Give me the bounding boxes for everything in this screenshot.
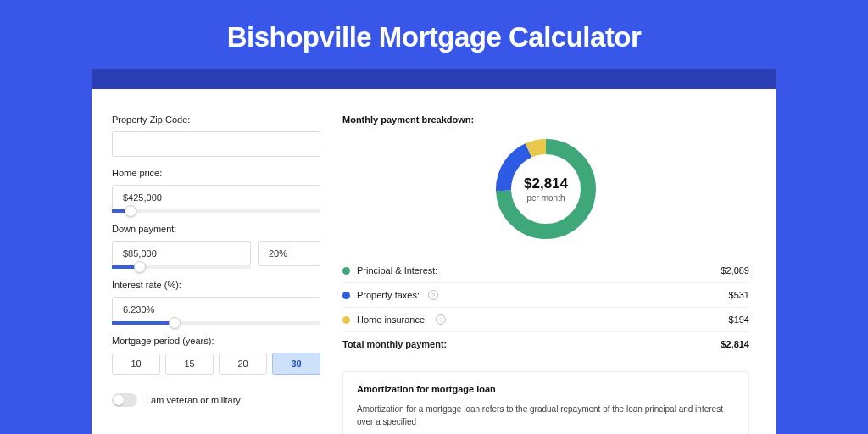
down-slider[interactable] <box>112 265 251 269</box>
down-field: Down payment: <box>112 224 320 269</box>
period-option-30[interactable]: 30 <box>272 353 320 375</box>
period-field: Mortgage period (years): 10152030 <box>112 336 320 375</box>
legend-value: $531 <box>729 290 749 300</box>
price-field: Home price: <box>112 168 320 213</box>
legend-label: Property taxes: <box>357 290 420 300</box>
period-option-10[interactable]: 10 <box>112 353 160 375</box>
price-input[interactable] <box>112 185 320 210</box>
price-slider[interactable] <box>112 209 320 213</box>
veteran-toggle[interactable] <box>112 393 137 407</box>
rate-field: Interest rate (%): <box>112 280 320 325</box>
legend-row: Property taxes:?$531 <box>342 283 749 308</box>
rate-label: Interest rate (%): <box>112 280 320 290</box>
legend-label: Home insurance: <box>357 314 427 325</box>
legend-row: Home insurance:?$194 <box>342 308 749 332</box>
legend-dot <box>342 316 350 324</box>
breakdown-panel: Monthly payment breakdown: $2,814 per mo… <box>342 114 749 434</box>
veteran-row: I am veteran or military <box>112 393 320 407</box>
period-label: Mortgage period (years): <box>112 336 320 346</box>
inputs-panel: Property Zip Code: Home price: Down paym… <box>112 114 320 434</box>
total-value: $2,814 <box>721 339 749 349</box>
amort-text: Amortization for a mortgage loan refers … <box>357 403 735 428</box>
calculator-card: Property Zip Code: Home price: Down paym… <box>92 89 776 434</box>
amortization-card: Amortization for mortgage loan Amortizat… <box>342 371 749 434</box>
legend-value: $2,089 <box>721 265 749 275</box>
legend-row: Principal & Interest:$2,089 <box>342 259 749 283</box>
zip-label: Property Zip Code: <box>112 114 320 125</box>
donut-amount: $2,814 <box>524 175 568 192</box>
info-icon[interactable]: ? <box>436 314 446 325</box>
amort-title: Amortization for mortgage loan <box>357 384 735 394</box>
veteran-label: I am veteran or military <box>146 395 241 405</box>
rate-slider[interactable] <box>112 321 320 325</box>
legend-dot <box>342 267 350 275</box>
down-pct-input[interactable] <box>258 241 320 266</box>
toggle-knob <box>114 395 124 405</box>
page-title: Bishopville Mortgage Calculator <box>0 0 868 69</box>
down-label: Down payment: <box>112 224 320 234</box>
rate-input[interactable] <box>112 297 320 322</box>
breakdown-title: Monthly payment breakdown: <box>342 114 749 125</box>
legend-total-row: Total monthly payment:$2,814 <box>342 332 749 356</box>
info-icon[interactable]: ? <box>428 290 438 300</box>
zip-field: Property Zip Code: <box>112 114 320 157</box>
down-amount-input[interactable] <box>112 241 251 266</box>
period-option-15[interactable]: 15 <box>165 353 214 375</box>
total-label: Total monthly payment: <box>342 339 447 349</box>
zip-input[interactable] <box>112 131 320 157</box>
donut-sub: per month <box>526 193 565 203</box>
price-label: Home price: <box>112 168 320 178</box>
legend-value: $194 <box>729 314 749 325</box>
period-options: 10152030 <box>112 353 320 375</box>
legend-dot <box>342 292 350 299</box>
price-slider-thumb[interactable] <box>125 205 136 217</box>
legend-label: Principal & Interest: <box>357 265 437 275</box>
period-option-20[interactable]: 20 <box>219 353 267 375</box>
accent-strip <box>92 69 776 89</box>
legend: Principal & Interest:$2,089Property taxe… <box>342 259 749 356</box>
rate-slider-thumb[interactable] <box>169 317 181 329</box>
down-slider-thumb[interactable] <box>134 261 146 273</box>
payment-donut-chart: $2,814 per month <box>492 135 600 243</box>
